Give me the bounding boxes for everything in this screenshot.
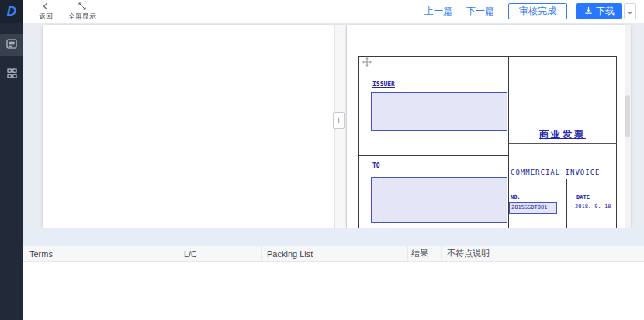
zoom-in-button[interactable]: +	[333, 112, 345, 129]
fullscreen-label: 全屏显示	[68, 12, 96, 20]
next-doc-link[interactable]: 下一篇	[466, 5, 494, 18]
invoice-document-panel: ISSUER TO 商业发票 COMMERCIAL INVOICE NO. 20…	[347, 25, 631, 228]
compare-panel: Terms L/C Packing List 结果 不符点说明	[23, 228, 644, 320]
header-lc: L/C	[119, 246, 262, 261]
fullscreen-icon	[78, 2, 86, 12]
document-compare-area: + ISSUER TO 商业发票 COM	[23, 23, 644, 228]
header-terms: Terms	[23, 246, 119, 261]
caret-down-icon	[627, 5, 633, 19]
back-button[interactable]: 返回	[39, 2, 53, 20]
review-done-button[interactable]: 审核完成	[508, 3, 567, 19]
download-more-button[interactable]	[624, 3, 636, 19]
app-logo: D	[0, 0, 23, 23]
to-highlight-box[interactable]	[371, 177, 507, 223]
sidebar-item-apps[interactable]	[0, 64, 23, 85]
download-icon	[584, 6, 593, 17]
invoice-title-cn: 商业发票	[508, 128, 617, 141]
invoice-title-en: COMMERCIAL INVOICE	[511, 169, 601, 176]
issuer-highlight-box[interactable]	[371, 92, 507, 131]
compare-table-header: Terms L/C Packing List 结果 不符点说明	[23, 246, 644, 262]
invoice-no-label: NO.	[511, 194, 521, 200]
download-label: 下载	[596, 5, 615, 18]
fullscreen-button[interactable]: 全屏显示	[68, 2, 96, 20]
invoice-vertical-scrollbar[interactable]	[625, 25, 631, 228]
sidebar: D	[0, 0, 23, 320]
lc-document-panel: +	[43, 25, 346, 228]
document-icon	[6, 38, 17, 52]
invoice-document: ISSUER TO 商业发票 COMMERCIAL INVOICE NO. 20…	[347, 25, 631, 228]
compare-tabs	[23, 228, 644, 246]
invoice-no-highlight-box[interactable]: 2015SSDT001	[509, 202, 557, 214]
download-button[interactable]: 下载	[576, 3, 622, 19]
prev-doc-link[interactable]: 上一篇	[424, 5, 452, 18]
sidebar-item-documents[interactable]	[0, 34, 23, 56]
header-result: 结果	[408, 246, 442, 261]
topbar: 返回 全屏显示 上一篇 下一篇 审核完成 下载	[23, 0, 644, 23]
invoice-date-label: DATE	[576, 194, 590, 200]
chevron-left-icon	[42, 2, 50, 12]
to-label: TO	[372, 162, 380, 169]
issuer-label: ISSUER	[372, 81, 395, 88]
invoice-date-value: 2018. 9. 18	[575, 203, 611, 210]
grid-icon	[7, 68, 17, 82]
header-packing-list: Packing List	[262, 246, 408, 261]
header-discrepancy-note: 不符点说明	[442, 246, 644, 261]
back-label: 返回	[39, 12, 53, 20]
